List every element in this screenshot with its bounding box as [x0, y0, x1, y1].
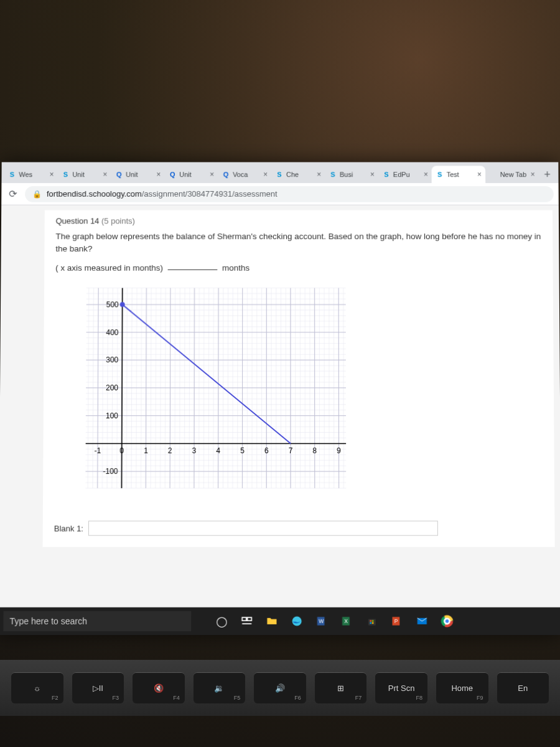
key-main-label: ☼ — [34, 684, 41, 693]
svg-rect-142 — [372, 622, 374, 624]
question-card: Question 14 (5 points) The graph below r… — [43, 210, 555, 547]
tab-label: Che — [286, 171, 313, 178]
keyboard-key: HomeF9 — [436, 672, 488, 703]
browser-tab[interactable]: SWes× — [4, 166, 57, 183]
close-icon[interactable]: × — [156, 170, 161, 179]
word-icon[interactable]: W — [311, 611, 332, 632]
schoology-icon: S — [7, 170, 16, 179]
keyboard-key: 🔇F4 — [133, 672, 185, 703]
key-sub-label: F4 — [173, 695, 180, 701]
close-icon[interactable]: × — [210, 170, 214, 179]
mail-icon[interactable] — [411, 611, 432, 632]
svg-line-128 — [122, 304, 291, 443]
browser-tab[interactable]: New Tab× — [485, 166, 539, 183]
tab-label: Unit — [126, 171, 152, 178]
edge-icon[interactable] — [286, 611, 307, 632]
close-icon[interactable]: × — [49, 170, 54, 179]
tab-label: Wes — [19, 171, 45, 178]
task-view-icon[interactable] — [236, 611, 258, 632]
excel-icon[interactable]: X — [336, 611, 357, 632]
keyboard-key: ⊞F7 — [315, 672, 367, 703]
key-main-label: ▷II — [93, 684, 103, 693]
tab-label: Busi — [340, 171, 366, 178]
question-subprompt: ( x axis measured in months) months — [55, 261, 541, 271]
svg-text:6: 6 — [264, 446, 269, 455]
key-sub-label: F8 — [416, 695, 422, 701]
svg-text:1: 1 — [144, 446, 148, 455]
key-sub-label: F7 — [355, 695, 362, 701]
browser-tab[interactable]: QUnit× — [164, 166, 218, 183]
svg-text:200: 200 — [106, 383, 118, 392]
svg-text:W: W — [319, 618, 324, 624]
powerpoint-icon[interactable]: P — [386, 611, 408, 632]
store-icon[interactable] — [362, 611, 383, 632]
browser-tab[interactable]: STest× — [432, 166, 485, 183]
keyboard-key: ☼F2 — [11, 672, 63, 703]
chrome-icon[interactable] — [436, 611, 457, 632]
browser-tab[interactable]: SBusi× — [325, 166, 378, 183]
close-icon[interactable]: × — [317, 170, 321, 179]
keyboard-key: Prt ScnF8 — [375, 672, 427, 703]
keyboard-key: 🔉F5 — [194, 672, 246, 703]
svg-rect-139 — [370, 620, 371, 622]
svg-text:7: 7 — [289, 446, 293, 455]
schoology-icon: S — [329, 170, 337, 179]
svg-text:3: 3 — [192, 446, 197, 455]
browser-tab[interactable]: SEdPu× — [378, 166, 432, 183]
taskbar-search[interactable]: Type here to search — [3, 611, 191, 631]
quizlet-icon: Q — [114, 170, 123, 179]
question-number: Question 14 — [56, 217, 100, 226]
browser-tab[interactable]: SChe× — [271, 166, 325, 183]
fill-blank — [168, 261, 218, 270]
key-sub-label: F9 — [477, 695, 483, 701]
sub-prefix: ( x axis measured in months) — [55, 263, 163, 272]
key-main-label: ⊞ — [337, 684, 344, 693]
schoology-icon: S — [275, 170, 284, 179]
tab-label: EdPu — [393, 171, 420, 178]
lock-icon: 🔒 — [32, 189, 42, 198]
keyboard-key: ▷IIF3 — [72, 672, 124, 703]
cortana-icon[interactable]: ◯ — [211, 611, 232, 632]
browser-tab[interactable]: QVoca× — [218, 166, 271, 183]
svg-rect-131 — [248, 618, 252, 621]
svg-text:9: 9 — [337, 446, 341, 455]
browser-tab[interactable]: SUnit× — [57, 166, 111, 183]
svg-text:500: 500 — [106, 300, 119, 309]
laptop-screen: SWes×SUnit×QUnit×QUnit×QVoca×SChe×SBusi×… — [0, 162, 560, 636]
graph: -10123456789-100100200300400500 — [54, 281, 353, 505]
svg-text:100: 100 — [106, 411, 118, 420]
key-main-label: En — [518, 684, 528, 693]
svg-text:400: 400 — [106, 328, 118, 337]
close-icon[interactable]: × — [477, 170, 482, 179]
close-icon[interactable]: × — [370, 170, 375, 179]
key-main-label: 🔇 — [154, 684, 164, 693]
key-main-label: 🔉 — [214, 684, 224, 693]
tab-label: New Tab — [500, 171, 527, 178]
file-explorer-icon[interactable] — [261, 611, 282, 632]
tab-label: Unit — [72, 171, 99, 178]
tab-label: Unit — [179, 171, 206, 178]
svg-text:8: 8 — [312, 446, 317, 455]
keyboard-key: 🔊F6 — [254, 672, 306, 703]
close-icon[interactable]: × — [424, 170, 428, 179]
address-bar[interactable]: 🔒 fortbendisd.schoology.com/assignment/3… — [25, 186, 554, 202]
new-tab-button[interactable]: + — [539, 166, 556, 183]
blank-label: Blank 1: — [54, 524, 83, 533]
close-icon[interactable]: × — [103, 170, 107, 179]
sub-suffix: months — [222, 263, 250, 272]
search-text: Type here to search — [9, 616, 87, 626]
key-sub-label: F5 — [234, 695, 241, 701]
tab-label: Test — [447, 171, 474, 178]
svg-rect-141 — [370, 622, 371, 624]
key-main-label: Home — [451, 684, 473, 693]
browser-tab[interactable]: QUnit× — [111, 166, 164, 183]
key-main-label: 🔊 — [275, 684, 285, 693]
schoology-icon: S — [61, 170, 70, 179]
reload-button[interactable]: ⟳ — [6, 188, 19, 200]
svg-text:X: X — [344, 618, 348, 624]
close-icon[interactable]: × — [263, 170, 268, 179]
svg-text:2: 2 — [168, 446, 172, 455]
answer-input[interactable] — [88, 521, 438, 536]
chart-svg: -10123456789-100100200300400500 — [54, 281, 353, 505]
close-icon[interactable]: × — [531, 170, 535, 179]
